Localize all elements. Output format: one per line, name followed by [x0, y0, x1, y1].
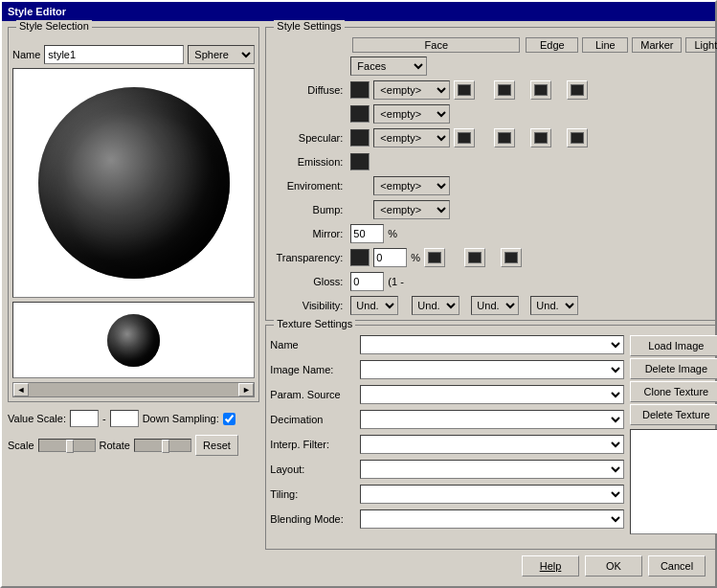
- face-type-row: Faces Edges Points: [270, 57, 717, 76]
- enviroment-row: Enviroment: <empty>: [270, 175, 717, 196]
- diffuse-color-swatch-1[interactable]: [350, 81, 370, 99]
- gloss-label: Gloss:: [270, 276, 347, 287]
- style-settings-title: Style Settings: [274, 20, 344, 32]
- transparency-value-input[interactable]: [373, 248, 407, 267]
- texture-name-select[interactable]: [360, 335, 624, 354]
- cancel-button[interactable]: Cancel: [648, 555, 706, 577]
- emission-label: Emission:: [270, 156, 347, 168]
- value-scale-row: Value Scale: - Down Sampling:: [8, 410, 259, 427]
- light-diffuse-icon-1[interactable]: [567, 80, 588, 100]
- edge-diffuse-icon-1[interactable]: [454, 80, 475, 100]
- title-bar: Style Editor: [2, 2, 715, 21]
- gloss-suffix: (1 -: [388, 276, 404, 287]
- edge-visibility-select[interactable]: Und.OnOff: [412, 296, 459, 315]
- reset-button[interactable]: Reset: [195, 435, 238, 456]
- texture-preview: [630, 429, 717, 534]
- down-sampling-checkbox[interactable]: [223, 413, 235, 425]
- specular-label: Specular:: [270, 132, 347, 144]
- bump-row: Bump: <empty>: [270, 199, 717, 220]
- diffuse-color-swatch-2[interactable]: [350, 105, 370, 123]
- value-scale-max[interactable]: [110, 410, 139, 427]
- mirror-percent: %: [388, 228, 397, 239]
- scroll-right-icon: ►: [242, 385, 251, 395]
- sphere-preview: [38, 87, 230, 279]
- bump-label: Bump:: [270, 204, 347, 215]
- scale-slider[interactable]: [38, 439, 96, 452]
- rotate-slider-thumb: [162, 440, 169, 453]
- light-specular-icon[interactable]: [567, 128, 588, 147]
- gloss-value-input[interactable]: [350, 272, 384, 291]
- transparency-row: Transparency: %: [270, 247, 717, 268]
- scale-label: Scale: [8, 440, 34, 451]
- thumbnail-area: [12, 302, 255, 378]
- scroll-right-btn[interactable]: ►: [238, 383, 254, 396]
- enviroment-label: Enviroment:: [270, 180, 347, 192]
- rotate-slider[interactable]: [134, 439, 191, 452]
- texture-settings-title: Texture Settings: [274, 318, 355, 329]
- ok-button[interactable]: OK: [585, 555, 642, 577]
- diffuse-texture-select-1[interactable]: <empty>: [373, 80, 450, 100]
- horizontal-scrollbar[interactable]: ◄ ►: [12, 382, 255, 397]
- down-sampling-label: Down Sampling:: [143, 413, 219, 424]
- transparency-label: Transparency:: [270, 252, 347, 263]
- diffuse-row-2: <empty>: [270, 103, 717, 124]
- tiling-select[interactable]: [360, 485, 624, 504]
- blending-mode-select[interactable]: [360, 509, 624, 529]
- value-scale-sep: -: [102, 413, 106, 424]
- line-diffuse-icon-1[interactable]: [494, 80, 515, 100]
- face-type-select[interactable]: Faces Edges Points: [350, 57, 427, 76]
- emission-color-swatch[interactable]: [350, 153, 370, 170]
- shape-select[interactable]: Sphere Cube Plane: [188, 45, 255, 64]
- style-name-input[interactable]: [44, 45, 184, 64]
- sphere-thumbnail: [107, 314, 160, 367]
- clone-texture-button[interactable]: Clone Texture: [630, 381, 717, 402]
- tiling-label: Tiling:: [270, 488, 356, 500]
- style-editor-window: Style Editor Style Selection Name Sphere…: [0, 0, 717, 588]
- marker-transparency-icon[interactable]: [501, 248, 522, 267]
- scroll-left-icon: ◄: [17, 385, 26, 395]
- value-scale-min[interactable]: [70, 410, 99, 427]
- emission-row: Emission:: [270, 151, 717, 172]
- scroll-track[interactable]: [29, 383, 238, 396]
- delete-image-button[interactable]: Delete Image: [630, 358, 717, 379]
- decimation-select[interactable]: [360, 410, 624, 429]
- line-transparency-icon[interactable]: [464, 248, 485, 267]
- interp-filter-row: Interp. Filter:: [270, 435, 624, 454]
- line-visibility-select[interactable]: Und.OnOff: [471, 296, 519, 315]
- specular-color-swatch[interactable]: [350, 129, 370, 147]
- param-source-row: Param. Source: [270, 385, 624, 404]
- window-title: Style Editor: [8, 6, 66, 17]
- specular-texture-select[interactable]: <empty>: [373, 128, 450, 147]
- blending-mode-label: Blending Mode:: [270, 513, 356, 525]
- marker-visibility-select[interactable]: Und.OnOff: [530, 296, 578, 315]
- style-settings-panel: Style Settings Face Edge Line Marker Lig…: [265, 27, 717, 550]
- line-specular-icon[interactable]: [494, 128, 515, 147]
- style-selection-title: Style Selection: [16, 20, 92, 32]
- load-image-button[interactable]: Load Image: [630, 335, 717, 356]
- help-button[interactable]: Help: [522, 555, 579, 577]
- mirror-label: Mirror:: [270, 228, 347, 239]
- diffuse-texture-select-2[interactable]: <empty>: [373, 104, 450, 124]
- sphere-preview-area: [12, 68, 255, 298]
- image-name-select[interactable]: [360, 360, 624, 379]
- transparency-color-swatch[interactable]: [350, 249, 370, 266]
- layout-select[interactable]: [360, 460, 624, 479]
- texture-settings-group: Texture Settings Name: [265, 325, 717, 550]
- bottom-bar: Help OK Cancel: [8, 550, 709, 580]
- marker-specular-icon[interactable]: [530, 128, 551, 147]
- marker-diffuse-icon-1[interactable]: [530, 80, 551, 100]
- style-selection-panel: Style Selection Name Sphere Cube Plane: [8, 27, 259, 550]
- enviroment-texture-select[interactable]: <empty>: [373, 176, 450, 195]
- specular-row: Specular: <empty>: [270, 127, 717, 148]
- face-visibility-select[interactable]: Und.OnOff: [350, 296, 398, 315]
- bump-texture-select[interactable]: <empty>: [373, 200, 450, 219]
- param-source-label: Param. Source: [270, 389, 356, 400]
- param-source-select[interactable]: [360, 385, 624, 404]
- edge-transparency-icon[interactable]: [424, 248, 445, 267]
- edge-specular-icon[interactable]: [454, 128, 475, 147]
- scroll-left-btn[interactable]: ◄: [13, 383, 29, 396]
- mirror-value-input[interactable]: [350, 224, 384, 243]
- texture-left-panel: Name Image Name:: [270, 335, 624, 534]
- delete-texture-button[interactable]: Delete Texture: [630, 404, 717, 425]
- interp-filter-select[interactable]: [360, 435, 624, 454]
